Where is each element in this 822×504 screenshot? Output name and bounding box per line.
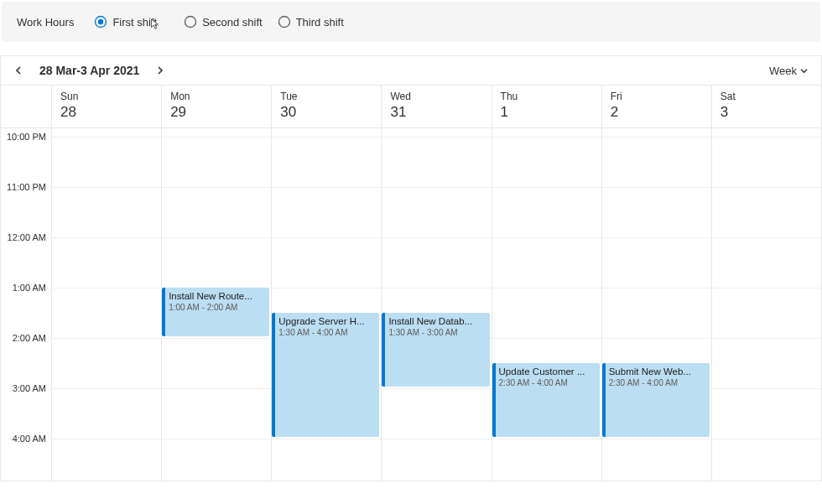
calendar-header: 28 Mar-3 Apr 2021 Week	[0, 55, 822, 85]
third-shift-radio[interactable]: Third shift	[278, 15, 344, 29]
time-label: 4:00 AM	[13, 434, 46, 444]
event-time: 1:30 AM - 4:00 AM	[278, 328, 374, 337]
event-title: Install New Route...	[169, 291, 264, 301]
time-column: 10:00 PM11:00 PM12:00 AM1:00 AM2:00 AM3:…	[1, 128, 51, 481]
day-number: 2	[611, 104, 703, 121]
time-column-header	[1, 86, 51, 128]
day-header-sat[interactable]: Sat 3	[711, 86, 821, 128]
day-column-tue[interactable]: Upgrade Server H...1:30 AM - 4:00 AM	[271, 128, 381, 481]
event-title: Upgrade Server H...	[278, 316, 374, 326]
time-label: 12:00 AM	[8, 232, 46, 242]
event-title: Install New Datab...	[388, 316, 484, 326]
day-header-tue[interactable]: Tue 30	[271, 86, 381, 128]
calendar-event[interactable]: Install New Route...1:00 AM - 2:00 AM	[162, 288, 269, 336]
event-accent-bar	[382, 313, 385, 387]
day-of-week: Sat	[721, 91, 813, 102]
work-hours-toolbar: Work Hours First shift Second shift Thir…	[2, 2, 820, 42]
date-range-label: 28 Mar-3 Apr 2021	[39, 64, 139, 77]
day-column-thu[interactable]: Update Customer ...2:30 AM - 4:00 AM	[492, 128, 601, 481]
calendar-event[interactable]: Submit New Web...2:30 AM - 4:00 AM	[602, 363, 710, 437]
day-of-week: Thu	[501, 91, 593, 102]
calendar-event[interactable]: Install New Datab...1:30 AM - 3:00 AM	[382, 313, 489, 387]
second-shift-radio[interactable]: Second shift	[184, 15, 263, 29]
day-number: 31	[390, 104, 482, 121]
shift-radio-group: First shift Second shift Third shift	[94, 15, 343, 29]
event-accent-bar	[272, 313, 275, 437]
work-hours-label: Work Hours	[17, 16, 74, 29]
time-label: 2:00 AM	[13, 333, 46, 343]
view-selector-label: Week	[769, 65, 797, 77]
day-header-wed[interactable]: Wed 31	[381, 86, 491, 128]
day-header-thu[interactable]: Thu 1	[492, 86, 601, 128]
time-label: 3:00 AM	[13, 383, 46, 393]
day-number: 28	[60, 104, 153, 121]
event-time: 2:30 AM - 4:00 AM	[609, 378, 705, 387]
day-number: 29	[170, 104, 263, 121]
day-of-week: Mon	[170, 91, 263, 102]
day-of-week: Sun	[60, 91, 153, 102]
day-of-week: Fri	[611, 91, 703, 102]
day-number: 1	[501, 104, 593, 121]
event-time: 1:00 AM - 2:00 AM	[169, 303, 264, 312]
svg-point-3	[278, 17, 289, 28]
day-of-week: Tue	[280, 91, 372, 102]
prev-week-button[interactable]	[9, 61, 28, 80]
day-header-sun[interactable]: Sun 28	[51, 86, 161, 128]
day-column-fri[interactable]: Submit New Web...2:30 AM - 4:00 AM	[601, 128, 711, 481]
day-header-fri[interactable]: Fri 2	[601, 86, 711, 128]
event-accent-bar	[162, 288, 165, 336]
calendar-event[interactable]: Update Customer ...2:30 AM - 4:00 AM	[492, 363, 600, 437]
time-label: 11:00 PM	[7, 182, 46, 192]
view-selector[interactable]: Week	[769, 65, 813, 77]
third-shift-label: Third shift	[296, 16, 344, 29]
day-header-mon[interactable]: Mon 29	[161, 86, 271, 128]
calendar-grid: Sun 28 Mon 29 Tue 30 Wed 31 Thu 1 Fri 2 …	[0, 85, 822, 481]
calendar-event[interactable]: Upgrade Server H...1:30 AM - 4:00 AM	[272, 313, 379, 437]
time-label: 1:00 AM	[13, 283, 46, 293]
event-accent-bar	[492, 363, 496, 437]
event-title: Submit New Web...	[609, 366, 705, 377]
chevron-down-icon	[800, 65, 808, 77]
day-number: 30	[280, 104, 372, 121]
first-shift-radio[interactable]: First shift	[94, 15, 157, 29]
day-number: 3	[721, 104, 813, 121]
event-title: Update Customer ...	[499, 366, 595, 377]
day-of-week: Wed	[390, 91, 482, 102]
day-column-sat[interactable]	[711, 128, 821, 481]
next-week-button[interactable]	[151, 61, 169, 80]
time-label: 10:00 PM	[7, 132, 46, 142]
event-accent-bar	[602, 363, 606, 437]
day-column-sun[interactable]	[51, 128, 161, 481]
svg-point-2	[185, 17, 196, 28]
svg-point-1	[98, 19, 103, 24]
day-column-wed[interactable]: Install New Datab...1:30 AM - 3:00 AM	[381, 128, 491, 481]
event-time: 2:30 AM - 4:00 AM	[499, 378, 595, 387]
cursor-icon	[148, 18, 161, 34]
day-column-mon[interactable]: Install New Route...1:00 AM - 2:00 AM	[161, 128, 271, 481]
second-shift-label: Second shift	[202, 16, 263, 29]
event-time: 1:30 AM - 3:00 AM	[388, 328, 484, 337]
calendar-nav: 28 Mar-3 Apr 2021	[9, 61, 169, 80]
